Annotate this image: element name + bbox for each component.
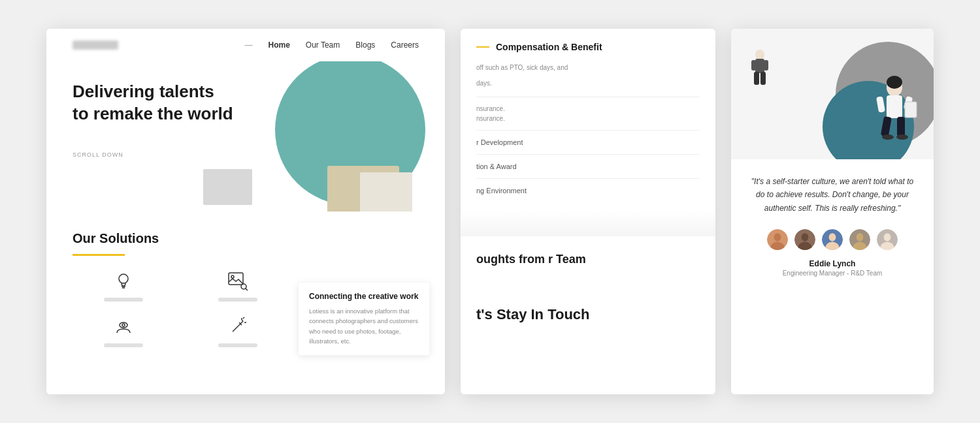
middle-panel: Compensation & Benefit off such as PTO, … bbox=[461, 29, 715, 394]
solution-icon-3 bbox=[73, 315, 174, 347]
comp-item-environment: ng Environment bbox=[476, 187, 700, 195]
person-svg bbox=[868, 74, 921, 159]
svg-rect-29 bbox=[764, 60, 768, 70]
svg-point-5 bbox=[241, 284, 246, 289]
svg-point-4 bbox=[231, 275, 234, 278]
stay-touch-section: t's Stay In Touch bbox=[461, 306, 715, 323]
svg-point-45 bbox=[884, 233, 891, 241]
person-left bbox=[747, 48, 773, 107]
avatar-2-svg bbox=[794, 229, 815, 250]
svg-point-39 bbox=[829, 233, 836, 241]
image-search-icon bbox=[226, 269, 250, 292]
hero-shape-gray bbox=[203, 169, 252, 205]
icon-line-1 bbox=[104, 298, 143, 302]
svg-line-10 bbox=[240, 321, 243, 324]
solutions-title: Our Solutions bbox=[73, 231, 419, 246]
avatar-5-svg bbox=[877, 229, 898, 250]
right-image-area bbox=[731, 29, 934, 159]
main-container: — Home Our Team Blogs Careers Delivering… bbox=[0, 0, 980, 423]
comp-item-development: r Development bbox=[476, 138, 700, 146]
middle-panel-gradient bbox=[461, 342, 715, 394]
icon-line-3 bbox=[104, 343, 143, 347]
person-name: Eddie Lynch bbox=[749, 259, 915, 268]
website-header: — Home Our Team Blogs Careers bbox=[46, 29, 445, 61]
idea-icon bbox=[112, 269, 135, 292]
hand-eye-icon bbox=[112, 315, 135, 338]
connecting-work-box: Connecting the creative work Lotiess is … bbox=[299, 283, 429, 355]
nav-blogs[interactable]: Blogs bbox=[355, 40, 375, 50]
testimonial-quote: "It's a self-starter culture, we aren't … bbox=[749, 175, 915, 215]
connecting-work-title: Connecting the creative work bbox=[309, 292, 419, 301]
comp-divider-1 bbox=[476, 97, 700, 97]
svg-rect-25 bbox=[905, 102, 917, 118]
avatar-5 bbox=[875, 228, 899, 251]
comp-item-insurance1: nsurance. bbox=[476, 105, 700, 112]
svg-line-11 bbox=[242, 320, 243, 321]
comp-text-2: days. bbox=[476, 78, 700, 89]
svg-line-15 bbox=[243, 317, 244, 319]
svg-line-9 bbox=[233, 324, 240, 332]
comp-item-award: tion & Award bbox=[476, 163, 700, 170]
comp-title: Compensation & Benefit bbox=[496, 42, 602, 52]
avatar-3 bbox=[821, 228, 844, 251]
solution-icon-4 bbox=[187, 315, 288, 347]
svg-point-33 bbox=[774, 233, 781, 241]
comp-divider-2 bbox=[476, 130, 700, 131]
nav-careers[interactable]: Careers bbox=[391, 40, 419, 50]
comp-item-insurance2: nsurance. bbox=[476, 115, 700, 122]
solution-icon-2 bbox=[187, 269, 288, 302]
svg-point-8 bbox=[122, 324, 125, 326]
left-panel-gradient bbox=[46, 355, 445, 394]
logo bbox=[73, 40, 118, 50]
avatar-4 bbox=[848, 228, 872, 251]
hero-section: Delivering talents to remake the world S… bbox=[46, 61, 445, 212]
comp-text-1: off such as PTO, sick days, and bbox=[476, 63, 700, 73]
nav-links: — Home Our Team Blogs Careers bbox=[244, 40, 419, 50]
svg-rect-3 bbox=[229, 273, 243, 285]
svg-point-24 bbox=[896, 134, 908, 140]
avatar-2 bbox=[793, 228, 817, 251]
svg-rect-27 bbox=[755, 59, 764, 73]
hero-box-inner-decoration bbox=[360, 172, 412, 212]
icon-line-4 bbox=[218, 343, 257, 347]
solutions-line bbox=[73, 254, 125, 256]
svg-point-17 bbox=[887, 76, 902, 89]
svg-rect-28 bbox=[751, 60, 756, 70]
person-left-svg bbox=[747, 48, 773, 107]
svg-rect-30 bbox=[754, 72, 759, 85]
solution-icon-1 bbox=[73, 269, 174, 302]
person-job-title: Engineering Manager - R&D Team bbox=[749, 270, 915, 277]
right-panel: "It's a self-starter culture, we aren't … bbox=[731, 29, 934, 394]
svg-point-26 bbox=[755, 50, 764, 60]
svg-point-36 bbox=[802, 233, 809, 241]
svg-rect-18 bbox=[887, 95, 902, 118]
thoughts-title: oughts from r Team bbox=[476, 252, 700, 267]
avatar-3-svg bbox=[822, 229, 843, 250]
compensation-header: Compensation & Benefit bbox=[476, 42, 700, 52]
icon-line-2 bbox=[218, 298, 257, 302]
person-sitting bbox=[868, 74, 921, 159]
avatar-1 bbox=[766, 228, 789, 251]
avatar-1-svg bbox=[767, 229, 788, 250]
svg-line-6 bbox=[246, 289, 248, 290]
magic-wand-icon bbox=[226, 315, 250, 338]
thoughts-section: oughts from r Team bbox=[461, 236, 715, 293]
nav-home[interactable]: Home bbox=[268, 40, 289, 50]
svg-point-42 bbox=[857, 233, 864, 241]
svg-rect-19 bbox=[881, 116, 892, 137]
comp-divider-4 bbox=[476, 178, 700, 179]
nav-our-team[interactable]: Our Team bbox=[306, 40, 340, 50]
svg-rect-20 bbox=[897, 117, 905, 136]
left-panel: — Home Our Team Blogs Careers Delivering… bbox=[46, 29, 445, 394]
svg-point-23 bbox=[882, 134, 894, 140]
svg-rect-31 bbox=[760, 72, 766, 85]
svg-rect-21 bbox=[876, 96, 885, 112]
comp-divider-3 bbox=[476, 154, 700, 155]
middle-gradient-break bbox=[461, 210, 715, 236]
connecting-work-text: Lotiess is an innovative platform that c… bbox=[309, 306, 419, 346]
nav-dash: — bbox=[244, 40, 252, 50]
avatar-4-svg bbox=[849, 229, 870, 250]
stay-touch-title: t's Stay In Touch bbox=[476, 306, 700, 323]
svg-point-7 bbox=[120, 322, 127, 328]
avatars-row bbox=[749, 228, 915, 251]
